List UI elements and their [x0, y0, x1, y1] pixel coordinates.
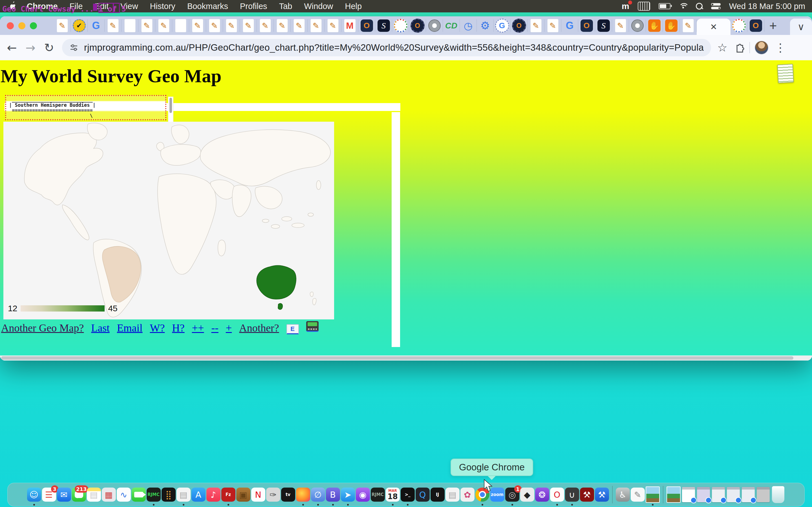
dock-item-pet-app[interactable]: ❂: [535, 488, 549, 502]
dock-item-document-2[interactable]: ▤: [446, 488, 460, 502]
island-3[interactable]: [271, 224, 280, 228]
close-window-button[interactable]: [7, 22, 14, 29]
link-h-[interactable]: H?: [172, 322, 185, 334]
pinned-tab-pencil[interactable]: ✎: [223, 19, 240, 32]
minimize-window-button[interactable]: [18, 22, 26, 29]
pinned-tab-pencil[interactable]: ✎: [680, 19, 697, 32]
link-pager-icon[interactable]: [306, 321, 319, 334]
pinned-tab-pencil[interactable]: ✎: [527, 19, 545, 32]
link-another-geo-map-[interactable]: Another Geo Map?: [1, 322, 84, 334]
pinned-tab-check[interactable]: ✔: [71, 19, 88, 32]
dock-item-minimized-window-2[interactable]: [711, 488, 725, 502]
dock-item-preview[interactable]: [646, 488, 660, 502]
pinned-tab-blank[interactable]: [121, 19, 139, 32]
link-email[interactable]: Email: [117, 322, 143, 334]
pinned-tab-pencil[interactable]: ✎: [206, 19, 223, 32]
address-bar[interactable]: rjmprogramming.com.au/PHP/GeoChart/geo_c…: [62, 39, 711, 56]
pinned-tab-pencil[interactable]: ✎: [189, 19, 206, 32]
pinned-tab-pencil[interactable]: ✎: [257, 19, 274, 32]
browser-menu-icon[interactable]: ⋮: [771, 41, 790, 54]
pinned-tab-blank[interactable]: [172, 19, 189, 32]
dock-item-terminal-2[interactable]: RJMC: [371, 488, 385, 502]
dock-item-blue-tools-app[interactable]: ⚒: [595, 488, 609, 502]
pinned-tab-dots[interactable]: [730, 19, 748, 32]
dock-item-toothfairy[interactable]: ∪: [565, 488, 579, 502]
profile-avatar[interactable]: [755, 41, 769, 55]
pinned-tab-o-ring[interactable]: O: [409, 19, 426, 32]
country-north-america[interactable]: [24, 133, 103, 205]
dock-item-minimized-doc-1[interactable]: [681, 488, 696, 502]
link-another-[interactable]: Another?: [239, 322, 279, 334]
pinned-tab-pencil[interactable]: ✎: [291, 19, 308, 32]
country-india[interactable]: [232, 185, 251, 217]
bookmark-star-icon[interactable]: ☆: [714, 41, 731, 54]
pinned-tab-hand[interactable]: ✋: [663, 19, 680, 32]
dock-item-reminders[interactable]: ☰3: [42, 488, 56, 502]
menu-item-profiles[interactable]: Profiles: [234, 2, 273, 11]
horizontal-scrollbar[interactable]: [0, 355, 812, 360]
dock-item-gimp[interactable]: ✑: [266, 488, 280, 502]
country-madagascar[interactable]: [218, 240, 225, 256]
dock-item-filezilla[interactable]: Fz: [221, 488, 236, 502]
dock-item-launchpad[interactable]: ▦: [102, 488, 116, 502]
country-new-zealand-south[interactable]: [313, 298, 316, 305]
dock-item-accessibility[interactable]: ♿: [616, 488, 630, 502]
dock-item-downloads-photo[interactable]: [666, 488, 680, 502]
pinned-tab-pencil[interactable]: ✎: [54, 19, 71, 32]
dock-item-camera-app[interactable]: ◎1: [505, 488, 519, 502]
dock-item-paint-app[interactable]: ✿: [460, 488, 474, 502]
pinned-tab-cd[interactable]: CD: [443, 19, 460, 32]
link-last[interactable]: Last: [91, 322, 109, 334]
island-2[interactable]: [292, 223, 304, 228]
pinned-tab-pencil[interactable]: ✎: [545, 19, 561, 32]
pinned-tab-s-navy[interactable]: S: [375, 19, 392, 32]
reload-button[interactable]: ↻: [41, 41, 57, 55]
country-central-america[interactable]: [62, 205, 89, 240]
island-japan[interactable]: [316, 180, 321, 189]
dock-item-terminal-rjmc[interactable]: RJMC: [147, 488, 161, 502]
pinned-tab-pencil[interactable]: ✎: [105, 19, 121, 32]
country-europe[interactable]: [161, 145, 201, 165]
iframe-scrollbar[interactable]: [392, 112, 400, 347]
country-australia[interactable]: [257, 265, 296, 299]
pinned-tab-hand[interactable]: ✋: [646, 19, 663, 32]
pinned-tab-globe[interactable]: [426, 19, 443, 32]
pinned-tab-clock[interactable]: ◷: [460, 19, 477, 32]
pinned-tab-gear[interactable]: ⚙: [477, 19, 494, 32]
pinned-tab-o-navy[interactable]: O: [358, 19, 375, 32]
textarea-scrollbar[interactable]: [168, 97, 173, 122]
dock-item-minimized-window-1[interactable]: [696, 488, 711, 502]
dock-item-bbedit[interactable]: B: [326, 488, 340, 502]
island-1[interactable]: [282, 217, 292, 221]
search-icon[interactable]: [696, 1, 703, 11]
cowsay-textarea[interactable]: ____________________________ | Southern …: [5, 95, 166, 120]
dock-item-notes-doc[interactable]: ✎: [631, 488, 645, 502]
dock-item-intellij[interactable]: IJ: [430, 488, 445, 502]
menu-item-tab[interactable]: Tab: [273, 2, 298, 11]
pinned-tab-gmail[interactable]: M: [342, 19, 358, 32]
dock-item-finder[interactable]: ☺: [27, 488, 41, 502]
pinned-tab-pencil[interactable]: ✎: [308, 19, 324, 32]
dock-item-minimized-window-3[interactable]: [726, 488, 741, 502]
island-5[interactable]: [262, 219, 269, 223]
dock-item-notes[interactable]: ▤: [87, 488, 101, 502]
dock-item-facetime[interactable]: [132, 488, 146, 502]
dock-item-messages[interactable]: 213: [72, 488, 86, 502]
pinned-tab-pencil[interactable]: ✎: [324, 19, 342, 32]
pinned-tab-o-ring[interactable]: O: [511, 19, 527, 32]
dock-item-apple-music[interactable]: ♪: [206, 488, 220, 502]
dock-item-app-store[interactable]: A: [192, 488, 206, 502]
dock-item-safari[interactable]: ➤: [341, 488, 355, 502]
pinned-tab-google[interactable]: G: [561, 19, 578, 32]
dock-item-opera[interactable]: O: [550, 488, 564, 502]
dock-item-minimized-window-4[interactable]: [741, 488, 755, 502]
dock-item-firefox[interactable]: [296, 488, 310, 502]
dock-item-netflix[interactable]: N: [251, 488, 265, 502]
country-new-zealand[interactable]: [310, 292, 313, 297]
dock-item-calendar[interactable]: MAR18: [386, 488, 400, 502]
horizontal-scrollbar-thumb[interactable]: [1, 356, 794, 360]
site-settings-icon[interactable]: [69, 43, 79, 52]
link-w-[interactable]: W?: [150, 322, 165, 334]
pinned-tab-google[interactable]: G: [88, 19, 105, 32]
menu-clock[interactable]: Wed 18 Mar 5:00 pm: [729, 2, 805, 11]
